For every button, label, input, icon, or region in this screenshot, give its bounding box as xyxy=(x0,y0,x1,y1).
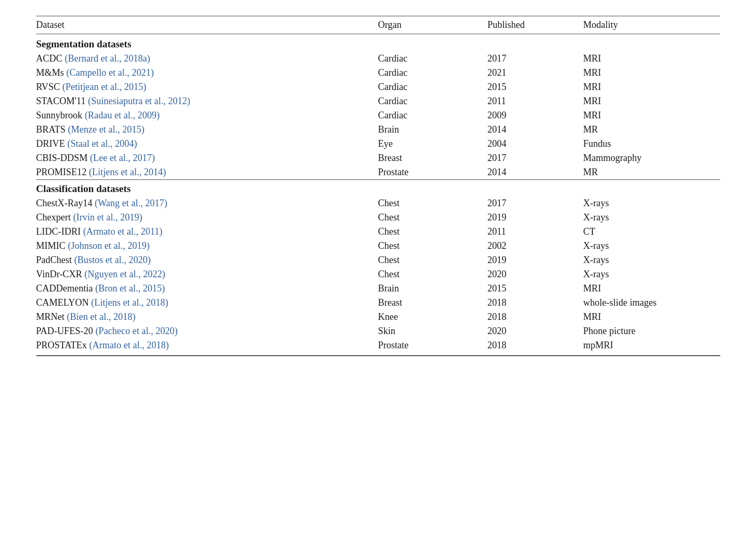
cell-organ: Cardiac xyxy=(378,52,488,66)
cell-dataset: ChestX-Ray14 (Wang et al., 2017) xyxy=(36,196,378,210)
dataset-citation[interactable]: (Litjens et al., 2018) xyxy=(91,297,168,308)
cell-dataset: ACDC (Bernard et al., 2018a) xyxy=(36,52,378,66)
cell-modality: X-rays xyxy=(583,210,720,225)
cell-organ: Cardiac xyxy=(378,66,488,80)
cell-organ: Brain xyxy=(378,281,488,296)
table-row: STACOM'11 (Suinesiaputra et al., 2012)Ca… xyxy=(36,94,720,108)
cell-modality: mpMRI xyxy=(583,338,720,356)
cell-modality: Phone picture xyxy=(583,324,720,338)
dataset-citation[interactable]: (Irvin et al., 2019) xyxy=(73,212,142,223)
cell-organ: Chest xyxy=(378,196,488,210)
cell-modality: whole-slide images xyxy=(583,296,720,310)
cell-organ: Skin xyxy=(378,324,488,338)
cell-published: 2014 xyxy=(488,123,583,137)
cell-published: 2021 xyxy=(488,66,583,80)
cell-organ: Cardiac xyxy=(378,94,488,108)
cell-organ: Prostate xyxy=(378,338,488,356)
cell-modality: X-rays xyxy=(583,196,720,210)
dataset-name: Sunnybrook xyxy=(36,110,85,120)
cell-published: 2015 xyxy=(488,281,583,296)
dataset-name: PROSTATEx xyxy=(36,340,89,350)
dataset-table: Dataset Organ Published Modality Segment… xyxy=(36,16,720,356)
cell-dataset: CBIS-DDSM (Lee et al., 2017) xyxy=(36,151,378,165)
cell-organ: Chest xyxy=(378,253,488,267)
cell-modality: X-rays xyxy=(583,253,720,267)
dataset-name: DRIVE xyxy=(36,138,68,149)
table-row: CAMELYON (Litjens et al., 2018)Breast201… xyxy=(36,296,720,310)
table-row: CADDementia (Bron et al., 2015)Brain2015… xyxy=(36,281,720,296)
cell-modality: CT xyxy=(583,225,720,239)
cell-modality: X-rays xyxy=(583,239,720,253)
dataset-name: PadChest xyxy=(36,255,75,265)
header-dataset: Dataset xyxy=(36,16,378,34)
cell-dataset: PROMISE12 (Litjens et al., 2014) xyxy=(36,165,378,180)
section-header-0: Segmentation datasets xyxy=(36,34,720,52)
cell-published: 2017 xyxy=(488,151,583,165)
dataset-citation[interactable]: (Petitjean et al., 2015) xyxy=(63,82,146,92)
header-organ: Organ xyxy=(378,16,488,34)
cell-dataset: Sunnybrook (Radau et al., 2009) xyxy=(36,108,378,123)
table-row: Sunnybrook (Radau et al., 2009)Cardiac20… xyxy=(36,108,720,123)
cell-organ: Chest xyxy=(378,267,488,281)
cell-dataset: PadChest (Bustos et al., 2020) xyxy=(36,253,378,267)
dataset-name: CAMELYON xyxy=(36,297,92,308)
dataset-citation[interactable]: (Johnson et al., 2019) xyxy=(68,240,149,251)
dataset-name: RVSC xyxy=(36,82,63,92)
dataset-citation[interactable]: (Bernard et al., 2018a) xyxy=(65,53,150,64)
dataset-citation[interactable]: (Radau et al., 2009) xyxy=(85,110,159,120)
table-row: PAD-UFES-20 (Pacheco et al., 2020)Skin20… xyxy=(36,324,720,338)
cell-organ: Cardiac xyxy=(378,108,488,123)
dataset-citation[interactable]: (Bron et al., 2015) xyxy=(95,283,165,294)
cell-dataset: MRNet (Bien et al., 2018) xyxy=(36,310,378,324)
cell-dataset: CADDementia (Bron et al., 2015) xyxy=(36,281,378,296)
table-row: PROMISE12 (Litjens et al., 2014)Prostate… xyxy=(36,165,720,180)
dataset-name: Chexpert xyxy=(36,212,73,223)
table-row: PROSTATEx (Armato et al., 2018)Prostate2… xyxy=(36,338,720,356)
cell-modality: MR xyxy=(583,165,720,180)
cell-modality: MR xyxy=(583,123,720,137)
dataset-name: PROMISE12 xyxy=(36,167,89,177)
cell-published: 2020 xyxy=(488,267,583,281)
table-row: MRNet (Bien et al., 2018)Knee2018MRI xyxy=(36,310,720,324)
cell-organ: Cardiac xyxy=(378,80,488,94)
dataset-name: MIMIC xyxy=(36,240,68,251)
cell-published: 2018 xyxy=(488,338,583,356)
dataset-name: M&Ms xyxy=(36,67,67,78)
dataset-citation[interactable]: (Staal et al., 2004) xyxy=(67,138,137,149)
dataset-citation[interactable]: (Nguyen et al., 2022) xyxy=(85,269,165,279)
dataset-citation[interactable]: (Bien et al., 2018) xyxy=(67,311,135,322)
cell-published: 2018 xyxy=(488,310,583,324)
cell-dataset: CAMELYON (Litjens et al., 2018) xyxy=(36,296,378,310)
dataset-citation[interactable]: (Campello et al., 2021) xyxy=(66,67,154,78)
table-row: M&Ms (Campello et al., 2021)Cardiac2021M… xyxy=(36,66,720,80)
dataset-name: ACDC xyxy=(36,53,65,64)
cell-organ: Chest xyxy=(378,210,488,225)
table-row: RVSC (Petitjean et al., 2015)Cardiac2015… xyxy=(36,80,720,94)
table-row: CBIS-DDSM (Lee et al., 2017)Breast2017Ma… xyxy=(36,151,720,165)
dataset-citation[interactable]: (Litjens et al., 2014) xyxy=(89,167,166,177)
dataset-citation[interactable]: (Pacheco et al., 2020) xyxy=(95,326,177,336)
cell-dataset: PROSTATEx (Armato et al., 2018) xyxy=(36,338,378,356)
cell-published: 2004 xyxy=(488,137,583,151)
dataset-citation[interactable]: (Armato et al., 2011) xyxy=(83,226,163,237)
dataset-citation[interactable]: (Armato et al., 2018) xyxy=(89,340,169,350)
cell-published: 2017 xyxy=(488,196,583,210)
table-row: ACDC (Bernard et al., 2018a)Cardiac2017M… xyxy=(36,52,720,66)
header-published: Published xyxy=(488,16,583,34)
dataset-citation[interactable]: (Menze et al., 2015) xyxy=(68,124,144,135)
dataset-citation[interactable]: (Suinesiaputra et al., 2012) xyxy=(88,96,190,106)
dataset-citation[interactable]: (Lee et al., 2017) xyxy=(90,153,155,163)
cell-modality: Fundus xyxy=(583,137,720,151)
dataset-citation[interactable]: (Wang et al., 2017) xyxy=(95,198,167,208)
dataset-citation[interactable]: (Bustos et al., 2020) xyxy=(74,255,151,265)
cell-dataset: Chexpert (Irvin et al., 2019) xyxy=(36,210,378,225)
cell-published: 2019 xyxy=(488,253,583,267)
cell-organ: Breast xyxy=(378,296,488,310)
cell-published: 2019 xyxy=(488,210,583,225)
cell-modality: MRI xyxy=(583,94,720,108)
header-modality: Modality xyxy=(583,16,720,34)
dataset-name: VinDr-CXR xyxy=(36,269,85,279)
cell-organ: Eye xyxy=(378,137,488,151)
section-title-1: Classification datasets xyxy=(36,180,720,197)
cell-published: 2011 xyxy=(488,225,583,239)
